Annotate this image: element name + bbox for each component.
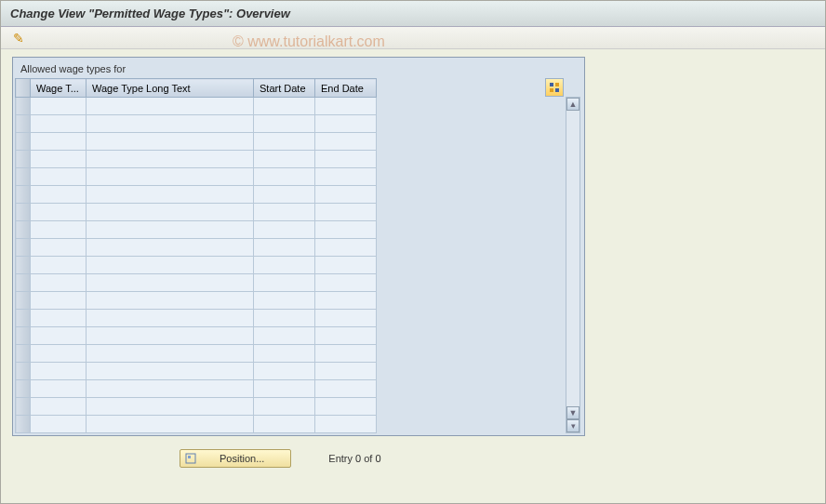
table-row[interactable] [16,398,377,416]
cell-wage-type[interactable] [31,239,87,257]
column-header-wage-type[interactable]: Wage T... [31,79,87,98]
table-row[interactable] [16,292,377,310]
cell-wage-type[interactable] [31,257,87,274]
table-row[interactable] [16,380,377,398]
cell-end-date[interactable] [315,363,377,380]
cell-long-text[interactable] [87,398,254,416]
cell-start-date[interactable] [254,221,315,239]
cell-long-text[interactable] [87,221,254,239]
cell-long-text[interactable] [87,257,254,274]
cell-end-date[interactable] [315,168,377,186]
row-selector[interactable] [16,239,31,257]
row-selector[interactable] [16,204,31,221]
column-header-long-text[interactable]: Wage Type Long Text [87,79,254,98]
cell-start-date[interactable] [254,398,315,416]
cell-end-date[interactable] [315,345,377,363]
row-selector[interactable] [16,257,31,274]
column-header-end-date[interactable]: End Date [315,79,377,98]
cell-wage-type[interactable] [31,221,87,239]
cell-start-date[interactable] [254,292,315,310]
table-row[interactable] [16,239,377,257]
cell-long-text[interactable] [87,98,254,115]
cell-wage-type[interactable] [31,115,87,133]
cell-start-date[interactable] [254,186,315,204]
cell-start-date[interactable] [254,115,315,133]
cell-long-text[interactable] [87,186,254,204]
cell-end-date[interactable] [315,133,377,151]
cell-long-text[interactable] [87,416,254,433]
cell-wage-type[interactable] [31,186,87,204]
cell-long-text[interactable] [87,133,254,151]
table-row[interactable] [16,186,377,204]
row-selector[interactable] [16,363,31,380]
cell-end-date[interactable] [315,204,377,221]
cell-wage-type[interactable] [31,133,87,151]
cell-wage-type[interactable] [31,204,87,221]
row-selector[interactable] [16,310,31,327]
row-selector[interactable] [16,151,31,168]
cell-wage-type[interactable] [31,292,87,310]
cell-end-date[interactable] [315,186,377,204]
cell-long-text[interactable] [87,363,254,380]
cell-end-date[interactable] [315,292,377,310]
cell-start-date[interactable] [254,133,315,151]
cell-start-date[interactable] [254,416,315,433]
cell-end-date[interactable] [315,398,377,416]
row-selector[interactable] [16,168,31,186]
vertical-scrollbar[interactable]: ▲ ▼ ▾ [566,97,580,433]
cell-wage-type[interactable] [31,416,87,433]
cell-long-text[interactable] [87,310,254,327]
cell-end-date[interactable] [315,151,377,168]
cell-start-date[interactable] [254,168,315,186]
table-row[interactable] [16,274,377,292]
cell-long-text[interactable] [87,204,254,221]
cell-start-date[interactable] [254,239,315,257]
cell-start-date[interactable] [254,257,315,274]
cell-wage-type[interactable] [31,380,87,398]
cell-wage-type[interactable] [31,363,87,380]
cell-long-text[interactable] [87,380,254,398]
cell-long-text[interactable] [87,115,254,133]
cell-long-text[interactable] [87,168,254,186]
cell-start-date[interactable] [254,204,315,221]
cell-wage-type[interactable] [31,98,87,115]
scroll-up-button[interactable]: ▲ [566,98,580,111]
scroll-down-button[interactable]: ▼ [566,406,580,419]
column-header-start-date[interactable]: Start Date [254,79,315,98]
table-row[interactable] [16,363,377,380]
cell-end-date[interactable] [315,327,377,345]
table-row[interactable] [16,168,377,186]
table-row[interactable] [16,221,377,239]
table-row[interactable] [16,416,377,433]
cell-start-date[interactable] [254,327,315,345]
cell-end-date[interactable] [315,310,377,327]
table-row[interactable] [16,345,377,363]
table-row[interactable] [16,204,377,221]
cell-start-date[interactable] [254,98,315,115]
cell-long-text[interactable] [87,327,254,345]
row-selector[interactable] [16,292,31,310]
cell-end-date[interactable] [315,115,377,133]
cell-end-date[interactable] [315,380,377,398]
cell-start-date[interactable] [254,380,315,398]
row-selector[interactable] [16,115,31,133]
cell-start-date[interactable] [254,310,315,327]
row-selector[interactable] [16,380,31,398]
table-row[interactable] [16,151,377,168]
cell-wage-type[interactable] [31,168,87,186]
row-selector[interactable] [16,186,31,204]
cell-long-text[interactable] [87,292,254,310]
row-selector[interactable] [16,98,31,115]
row-selector[interactable] [16,274,31,292]
table-row[interactable] [16,115,377,133]
row-selector[interactable] [16,398,31,416]
cell-end-date[interactable] [315,416,377,433]
cell-start-date[interactable] [254,363,315,380]
table-row[interactable] [16,310,377,327]
row-selector[interactable] [16,416,31,433]
cell-wage-type[interactable] [31,310,87,327]
cell-wage-type[interactable] [31,327,87,345]
cell-start-date[interactable] [254,345,315,363]
select-all-header[interactable] [16,79,31,98]
cell-long-text[interactable] [87,274,254,292]
